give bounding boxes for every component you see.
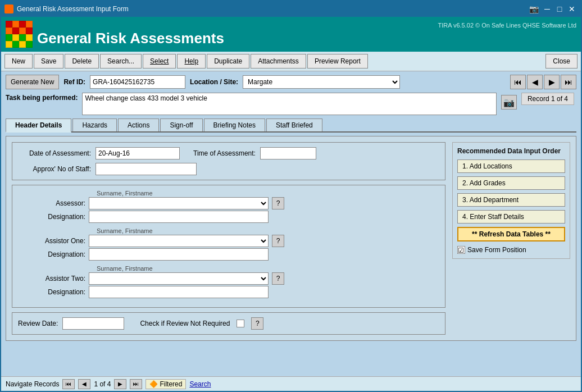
next-record-button[interactable]: ▶ — [544, 75, 560, 89]
staff-row: Approx' No of Staff: — [18, 163, 439, 175]
save-position-label: Save Form Position — [467, 246, 526, 254]
logo — [6, 21, 33, 48]
status-record-text: 1 of 4 — [94, 380, 111, 388]
filter-icon: 🔶 — [149, 380, 158, 388]
tab-sign-off[interactable]: Sign-off — [160, 118, 202, 131]
navigate-records-label: Navigate Records — [6, 380, 59, 388]
close-button-toolbar[interactable]: Close — [545, 54, 578, 69]
assistor-one-label: Assistor One: — [18, 237, 85, 245]
window-controls: ─ □ ✕ — [542, 3, 578, 15]
assistor-two-select[interactable] — [89, 272, 269, 285]
tab-header-details[interactable]: Header Details — [6, 118, 71, 133]
status-search-button[interactable]: Search — [189, 380, 211, 388]
tab-staff-briefed[interactable]: Staff Briefed — [266, 118, 322, 131]
new-button[interactable]: New — [4, 54, 33, 69]
ref-id-input[interactable] — [90, 75, 185, 89]
assessor-hint: Surname, Firstname — [97, 190, 439, 197]
version-text: TIRA v6.5.02 © On Safe Lines QHSE Softwa… — [37, 22, 576, 29]
app-header: TIRA v6.5.02 © On Safe Lines QHSE Softwa… — [1, 17, 581, 52]
review-section: Review Date: Check if Review Not Require… — [12, 312, 445, 335]
minimize-button[interactable]: ─ — [542, 3, 553, 15]
form-header-row: Generate New Ref ID: Location / Site: Ma… — [6, 75, 576, 89]
app-title-group: TIRA v6.5.02 © On Safe Lines QHSE Softwa… — [37, 22, 576, 47]
task-row: Task being performed: 📷 Record 1 of 4 — [6, 93, 576, 115]
record-badge: Record 1 of 4 — [521, 93, 574, 105]
assistor-one-hint: Surname, Firstname — [97, 227, 439, 234]
staff-label: Approx' No of Staff: — [18, 165, 91, 173]
duplicate-button[interactable]: Duplicate — [207, 54, 249, 69]
staff-input[interactable] — [96, 163, 197, 175]
tab-actions[interactable]: Actions — [118, 118, 159, 131]
assistor-two-designation-label: Designation: — [18, 288, 85, 296]
status-next-button[interactable]: ▶ — [114, 379, 126, 389]
assistor-one-designation-input[interactable] — [89, 248, 269, 261]
camera-icon: 📷 — [528, 3, 539, 15]
search-button[interactable]: Search... — [100, 54, 142, 69]
generate-new-button[interactable]: Generate New — [6, 75, 59, 89]
save-position-row: ☑ Save Form Position — [457, 246, 565, 254]
recommended-title: Recommended Data Input Order — [457, 147, 565, 155]
assistor-two-help-button[interactable]: ? — [272, 272, 284, 285]
assistor-one-select[interactable] — [89, 235, 269, 247]
assessor-section: Surname, Firstname Assessor: ? Designati… — [12, 185, 445, 308]
preview-button[interactable]: Preview Report — [307, 54, 368, 69]
prev-record-button[interactable]: ◀ — [527, 75, 543, 89]
assessor-help-button[interactable]: ? — [272, 197, 284, 209]
task-camera-button[interactable]: 📷 — [501, 95, 517, 110]
maximize-button[interactable]: □ — [554, 3, 565, 15]
assistor-two-designation-input[interactable] — [89, 286, 269, 298]
task-input[interactable] — [82, 93, 496, 115]
save-button[interactable]: Save — [34, 54, 63, 69]
attachments-button[interactable]: Attachmentss — [251, 54, 306, 69]
assistor-two-label: Assistor Two: — [18, 275, 85, 282]
review-help-button[interactable]: ? — [251, 317, 263, 330]
content-area: Generate New Ref ID: Location / Site: Ma… — [1, 71, 581, 376]
help-button[interactable]: Help — [177, 54, 206, 69]
app-title: General Risk Assessments — [37, 30, 576, 47]
add-department-button[interactable]: 3. Add Department — [457, 193, 565, 207]
assistor-two-designation-row: Designation: — [18, 286, 439, 298]
assistor-two-fields: Assistor Two: ? — [18, 272, 439, 285]
assessor-row: Surname, Firstname Assessor: ? Designati… — [18, 190, 439, 223]
location-label: Location / Site: — [190, 78, 238, 86]
add-staff-button[interactable]: 4. Enter Staff Details — [457, 210, 565, 224]
status-last-button[interactable]: ⏭ — [130, 379, 142, 389]
assistor-one-row: Surname, Firstname Assistor One: ? Desig… — [18, 227, 439, 261]
recommended-panel: Recommended Data Input Order 1. Add Loca… — [452, 142, 570, 259]
tab-hazards[interactable]: Hazards — [72, 118, 117, 131]
select-button[interactable]: Select — [143, 54, 176, 69]
delete-button[interactable]: Delete — [65, 54, 99, 69]
assistor-two-row: Surname, Firstname Assistor Two: ? Desig… — [18, 265, 439, 298]
assessor-designation-label: Designation: — [18, 213, 85, 221]
first-record-button[interactable]: ⏮ — [510, 75, 526, 89]
navigation-buttons: ⏮ ◀ ▶ ⏭ — [510, 75, 576, 89]
date-section: Date of Assessment: Time of Assessment: … — [12, 142, 445, 180]
date-row: Date of Assessment: Time of Assessment: — [18, 147, 439, 159]
assistor-two-hint: Surname, Firstname — [97, 265, 439, 272]
review-label: Review Date: — [18, 320, 58, 327]
filtered-label: Filtered — [160, 380, 182, 388]
assistor-one-help-button[interactable]: ? — [272, 235, 284, 247]
add-locations-button[interactable]: 1. Add Locations — [457, 159, 565, 173]
status-first-button[interactable]: ⏮ — [62, 379, 75, 389]
date-input[interactable] — [96, 147, 180, 159]
time-input[interactable] — [260, 147, 316, 159]
location-select[interactable]: Margate — [243, 75, 400, 89]
last-record-button[interactable]: ⏭ — [561, 75, 576, 89]
close-button[interactable]: ✕ — [566, 3, 578, 15]
review-checkbox[interactable] — [237, 320, 244, 327]
form-area: Date of Assessment: Time of Assessment: … — [6, 136, 576, 341]
tab-briefing-notes[interactable]: Briefing Notes — [204, 118, 265, 131]
status-prev-button[interactable]: ◀ — [78, 379, 90, 389]
filtered-badge[interactable]: 🔶 Filtered — [146, 379, 186, 389]
assistor-one-fields: Assistor One: ? — [18, 235, 439, 247]
assessor-select[interactable] — [89, 197, 269, 209]
time-label: Time of Assessment: — [193, 149, 256, 157]
add-grades-button[interactable]: 2. Add Grades — [457, 176, 565, 190]
save-position-checkbox[interactable]: ☑ — [457, 246, 465, 254]
review-date-input[interactable] — [62, 317, 124, 330]
title-bar: General Risk Assessment Input Form 📷 ─ □… — [1, 1, 581, 17]
assessor-designation-input[interactable] — [89, 211, 269, 223]
ref-id-label: Ref ID: — [63, 78, 85, 86]
refresh-tables-button[interactable]: ** Refresh Data Tables ** — [457, 227, 565, 241]
